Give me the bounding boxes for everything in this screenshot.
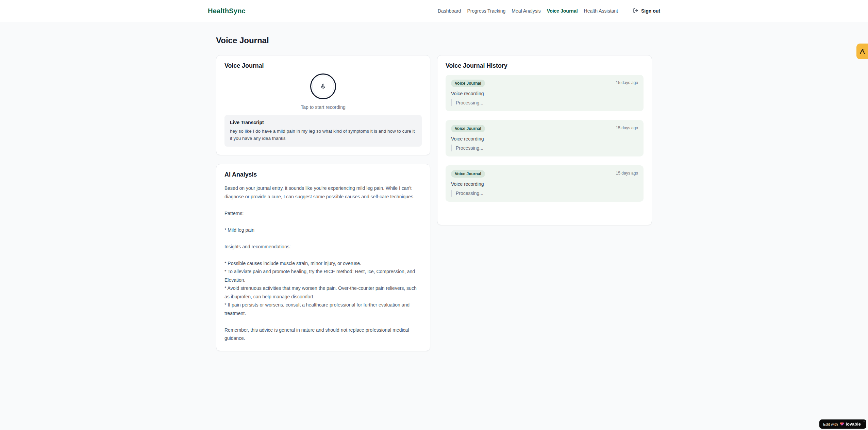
history-entry[interactable]: Voice Journal 15 days ago Voice recordin… [446, 120, 644, 156]
live-transcript-text: hey so like I do have a mild pain in my … [230, 128, 416, 142]
sign-out-label: Sign out [641, 8, 660, 14]
logout-icon [633, 8, 638, 14]
history-card-title: Voice Journal History [446, 62, 644, 69]
entry-type-badge: Voice Journal [451, 125, 485, 132]
entry-title: Voice recording [451, 136, 638, 142]
close-icon[interactable]: × [863, 420, 865, 423]
entry-timestamp: 15 days ago [616, 80, 638, 85]
logo-mark-icon [859, 48, 866, 55]
voice-journal-history-card: Voice Journal History Voice Journal 15 d… [437, 55, 652, 225]
entry-title: Voice recording [451, 181, 638, 187]
nav-voice-journal[interactable]: Voice Journal [547, 8, 578, 14]
heart-icon [840, 422, 844, 426]
record-button[interactable] [310, 73, 336, 99]
nav-meal-analysis[interactable]: Meal Analysis [512, 8, 541, 14]
voice-journal-recorder-card: Voice Journal Tap to start recording Liv… [216, 55, 430, 155]
entry-title: Voice recording [451, 91, 638, 96]
brand-logo[interactable]: HealthSync [208, 7, 246, 15]
entry-status: Processing... [451, 145, 638, 151]
recorder-card-title: Voice Journal [224, 62, 422, 69]
page-title: Voice Journal [216, 36, 652, 45]
history-entry[interactable]: Voice Journal 15 days ago Voice recordin… [446, 165, 644, 202]
nav-health-assistant[interactable]: Health Assistant [584, 8, 618, 14]
ai-analysis-title: AI Analysis [224, 171, 422, 178]
tap-to-record-hint: Tap to start recording [224, 104, 422, 110]
history-entry[interactable]: Voice Journal 15 days ago Voice recordin… [446, 75, 644, 111]
nav-dashboard[interactable]: Dashboard [438, 8, 461, 14]
entry-timestamp: 15 days ago [616, 125, 638, 130]
lovable-badge[interactable]: Edit with lovable × [819, 419, 866, 429]
history-entries-list: Voice Journal 15 days ago Voice recordin… [446, 75, 644, 202]
entry-status: Processing... [451, 190, 638, 197]
entry-timestamp: 15 days ago [616, 170, 638, 176]
microphone-icon [320, 83, 326, 89]
live-transcript-box: Live Transcript hey so like I do have a … [224, 115, 422, 147]
lovable-badge-prefix: Edit with [823, 422, 838, 426]
ai-analysis-body: Based on your journal entry, it sounds l… [224, 184, 422, 343]
ai-analysis-card: AI Analysis Based on your journal entry,… [216, 164, 430, 351]
entry-type-badge: Voice Journal [451, 170, 485, 178]
main-content: Voice Journal Voice Journal Tap to start… [0, 22, 868, 351]
live-transcript-title: Live Transcript [230, 120, 416, 125]
entry-type-badge: Voice Journal [451, 80, 485, 87]
lovable-badge-brand: lovable [846, 422, 861, 427]
top-navbar: HealthSync Dashboard Progress Tracking M… [0, 0, 868, 22]
floating-side-badge[interactable] [856, 44, 868, 59]
nav-progress-tracking[interactable]: Progress Tracking [467, 8, 505, 14]
sign-out-button[interactable]: Sign out [633, 8, 660, 14]
main-nav: Dashboard Progress Tracking Meal Analysi… [438, 8, 660, 14]
entry-status: Processing... [451, 99, 638, 106]
